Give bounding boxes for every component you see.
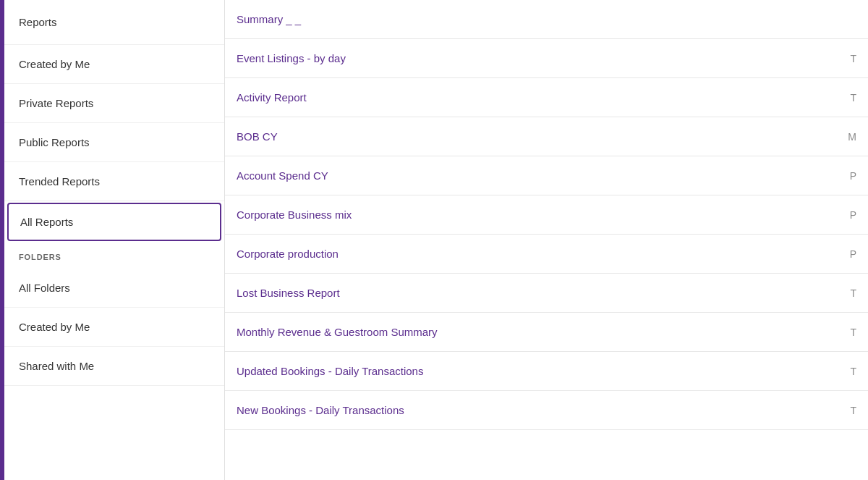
sidebar-label: Created by Me <box>19 58 90 70</box>
report-type: P <box>842 209 856 221</box>
report-row[interactable]: Corporate productionP <box>225 235 868 274</box>
report-name: Lost Business Report <box>237 276 842 311</box>
report-name: Summary _ <box>237 2 842 37</box>
sidebar-item-created-by-me-top[interactable]: Created by Me <box>4 45 224 84</box>
report-type: M <box>842 131 856 143</box>
report-row[interactable]: Account Spend CYP <box>225 156 868 195</box>
sidebar-item-created-by-me-folder[interactable]: Created by Me <box>4 308 224 347</box>
sidebar-item-shared-with-me[interactable]: Shared with Me <box>4 347 224 386</box>
report-row[interactable]: BOB CYM <box>225 117 868 156</box>
report-type: T <box>842 287 856 299</box>
report-type: T <box>842 405 856 416</box>
report-name: Corporate Business mix <box>237 198 842 232</box>
sidebar-label: All Reports <box>20 216 73 228</box>
report-row[interactable]: Monthly Revenue & Guestroom SummaryT <box>225 313 868 352</box>
sidebar-item-all-folders[interactable]: All Folders <box>4 269 224 308</box>
report-name: Corporate production <box>237 237 842 271</box>
app-layout: Reports Created by Me Private Reports Pu… <box>0 0 868 480</box>
sidebar-reports-label: Reports <box>19 16 57 28</box>
report-type: P <box>842 170 856 182</box>
report-type: T <box>842 366 856 377</box>
report-name: Monthly Revenue & Guestroom Summary <box>237 315 842 350</box>
sidebar-item-private-reports[interactable]: Private Reports <box>4 84 224 123</box>
sidebar-item-trended-reports[interactable]: Trended Reports <box>4 162 224 201</box>
report-row[interactable]: New Bookings - Daily TransactionsT <box>225 391 868 430</box>
sidebar: Reports Created by Me Private Reports Pu… <box>4 0 225 480</box>
report-row[interactable]: Activity ReportT <box>225 78 868 117</box>
report-name: Activity Report <box>237 80 842 115</box>
report-type: T <box>842 53 856 64</box>
report-row[interactable]: Summary _ <box>225 0 868 39</box>
report-type: T <box>842 327 856 338</box>
sidebar-item-public-reports[interactable]: Public Reports <box>4 123 224 162</box>
report-name: Updated Bookings - Daily Transactions <box>237 354 842 389</box>
sidebar-item-all-reports[interactable]: All Reports <box>7 203 221 241</box>
folders-section-header: FOLDERS <box>4 243 224 269</box>
report-row[interactable]: Event Listings - by dayT <box>225 39 868 78</box>
sidebar-label: All Folders <box>19 282 70 294</box>
report-name: New Bookings - Daily Transactions <box>237 393 842 428</box>
sidebar-item-reports[interactable]: Reports <box>4 0 224 45</box>
reports-list: Summary _Event Listings - by dayTActivit… <box>225 0 868 480</box>
report-name: Account Spend CY <box>237 159 842 193</box>
report-name: Event Listings - by day <box>237 41 842 76</box>
sidebar-label: Trended Reports <box>19 175 100 188</box>
sidebar-label: Public Reports <box>19 136 90 148</box>
sidebar-label: Private Reports <box>19 97 93 109</box>
sidebar-label: Created by Me <box>19 321 90 333</box>
report-row[interactable]: Corporate Business mixP <box>225 195 868 235</box>
report-row[interactable]: Updated Bookings - Daily TransactionsT <box>225 352 868 391</box>
report-type: P <box>842 248 856 260</box>
report-name: BOB CY <box>237 119 842 154</box>
report-type: T <box>842 92 856 104</box>
report-row[interactable]: Lost Business ReportT <box>225 274 868 313</box>
sidebar-label: Shared with Me <box>19 360 94 372</box>
